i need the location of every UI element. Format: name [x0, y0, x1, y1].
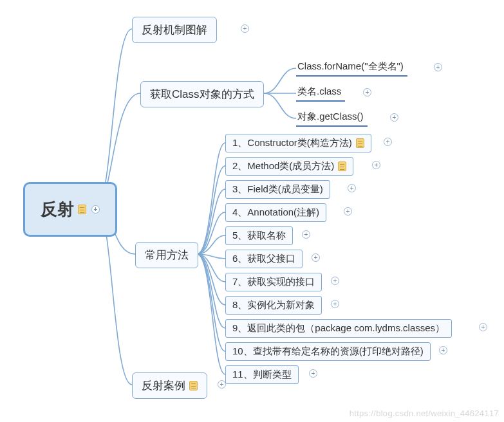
expand-icon[interactable]: +: [479, 323, 487, 331]
leaf-label: 5、获取名称: [232, 230, 286, 242]
expand-icon[interactable]: +: [439, 346, 447, 354]
expand-icon[interactable]: +: [331, 277, 339, 285]
branch-get-class[interactable]: 获取Class对象的方式: [140, 81, 264, 107]
leaf-method[interactable]: 2、Method类(成员方法): [225, 157, 353, 176]
leaf-label: 对象.getClass(): [297, 111, 364, 123]
expand-icon[interactable]: +: [331, 300, 339, 308]
expand-icon[interactable]: +: [344, 207, 352, 216]
leaf-impl-iface[interactable]: 7、获取实现的接口: [225, 273, 322, 291]
leaf-label: 11、判断类型: [232, 369, 292, 381]
expand-icon[interactable]: +: [372, 161, 380, 169]
leaf-getpackage[interactable]: 9、返回此类的包（package com.lydms.classes）: [225, 319, 452, 338]
note-icon: [189, 381, 198, 390]
branch-label: 反射案例: [142, 378, 185, 393]
expand-icon[interactable]: +: [363, 88, 371, 96]
branch-label: 反射机制图解: [142, 23, 207, 37]
leaf-constructor[interactable]: 1、Constructor类(构造方法): [225, 134, 371, 152]
note-icon: [356, 138, 364, 148]
leaf-annotation[interactable]: 4、Annotation(注解): [225, 203, 326, 222]
branch-cases[interactable]: 反射案例: [132, 372, 207, 399]
leaf-label: 类名.class: [297, 86, 341, 98]
expand-icon[interactable]: +: [434, 63, 442, 71]
expand-icon[interactable]: +: [241, 24, 249, 33]
expand-icon[interactable]: +: [302, 230, 310, 239]
expand-icon[interactable]: +: [312, 253, 320, 262]
leaf-label: 9、返回此类的包（package com.lydms.classes）: [232, 322, 445, 335]
watermark-text: https://blog.csdn.net/weixin_44624117: [350, 408, 499, 418]
leaf-getresource[interactable]: 10、查找带有给定名称的资源(打印绝对路径): [225, 342, 431, 361]
leaf-label: 1、Constructor类(构造方法): [232, 137, 352, 149]
branch-label: 获取Class对象的方式: [150, 87, 254, 102]
leaf-label: 10、查找带有给定名称的资源(打印绝对路径): [232, 345, 424, 358]
branch-label: 常用方法: [145, 248, 189, 262]
leaf-typecheck[interactable]: 11、判断类型: [225, 365, 299, 384]
leaf-label: Class.forName("全类名"): [297, 60, 404, 73]
leaf-label: 4、Annotation(注解): [232, 206, 319, 219]
expand-icon[interactable]: +: [384, 138, 392, 146]
branch-common-methods[interactable]: 常用方法: [135, 242, 198, 268]
expand-icon[interactable]: +: [91, 205, 100, 214]
leaf-getname[interactable]: 5、获取名称: [225, 226, 293, 245]
note-icon: [78, 205, 86, 214]
leaf-forname[interactable]: Class.forName("全类名"): [296, 59, 407, 77]
leaf-newinstance[interactable]: 8、实例化为新对象: [225, 296, 322, 315]
leaf-label: 7、获取实现的接口: [232, 276, 315, 288]
leaf-parentiface[interactable]: 6、获取父接口: [225, 250, 303, 268]
leaf-field[interactable]: 3、Field类(成员变量): [225, 180, 330, 199]
root-label: 反射: [41, 198, 74, 221]
expand-icon[interactable]: +: [309, 369, 317, 378]
leaf-label: 8、实例化为新对象: [232, 299, 315, 311]
leaf-label: 3、Field类(成员变量): [232, 183, 323, 196]
leaf-label: 2、Method类(成员方法): [232, 160, 334, 172]
expand-icon[interactable]: +: [218, 380, 226, 389]
expand-icon[interactable]: +: [348, 184, 356, 192]
leaf-getclass[interactable]: 对象.getClass(): [296, 109, 368, 127]
branch-diagram[interactable]: 反射机制图解: [132, 17, 217, 43]
leaf-classliteral[interactable]: 类名.class: [296, 84, 345, 102]
note-icon: [338, 161, 346, 171]
leaf-label: 6、获取父接口: [232, 253, 295, 265]
expand-icon[interactable]: +: [390, 113, 398, 122]
root-node[interactable]: 反射 +: [23, 182, 117, 237]
